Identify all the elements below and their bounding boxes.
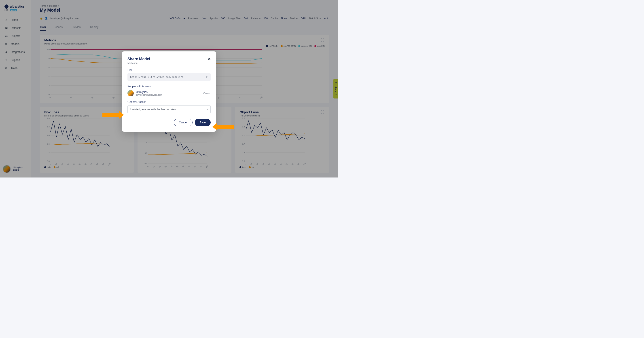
access-dropdown[interactable]: Unlisted, anyone with the link can view … bbox=[128, 105, 211, 113]
person-email: developer@ultralytics.com bbox=[136, 94, 162, 96]
save-button[interactable]: Save bbox=[195, 119, 211, 126]
cancel-button[interactable]: Cancel bbox=[174, 119, 192, 126]
person-row: Ultralytics developer@ultralytics.com Ow… bbox=[128, 90, 211, 96]
annotation-arrow-dropdown bbox=[102, 113, 120, 117]
link-label: Link bbox=[128, 68, 211, 72]
general-access-label: General Access bbox=[128, 100, 211, 104]
copy-icon[interactable]: ⎘ bbox=[206, 76, 208, 78]
share-modal: Share Model My Model ✕ Link https://hub.… bbox=[122, 52, 216, 132]
modal-subtitle: My Model bbox=[128, 62, 150, 64]
link-value: https://hub.ultralytics.com/models/X bbox=[130, 76, 183, 78]
close-icon[interactable]: ✕ bbox=[208, 57, 211, 61]
dropdown-value: Unlisted, anyone with the link can view bbox=[130, 108, 176, 111]
chevron-down-icon: ▾ bbox=[206, 108, 208, 111]
person-name: Ultralytics bbox=[136, 90, 162, 94]
person-role: Owner bbox=[204, 92, 211, 94]
person-avatar-icon bbox=[128, 90, 134, 96]
access-label: People with Access bbox=[128, 85, 211, 88]
annotation-arrow-save bbox=[216, 125, 234, 129]
link-box: https://hub.ultralytics.com/models/X ⎘ bbox=[128, 73, 211, 81]
modal-title: Share Model bbox=[128, 57, 150, 61]
